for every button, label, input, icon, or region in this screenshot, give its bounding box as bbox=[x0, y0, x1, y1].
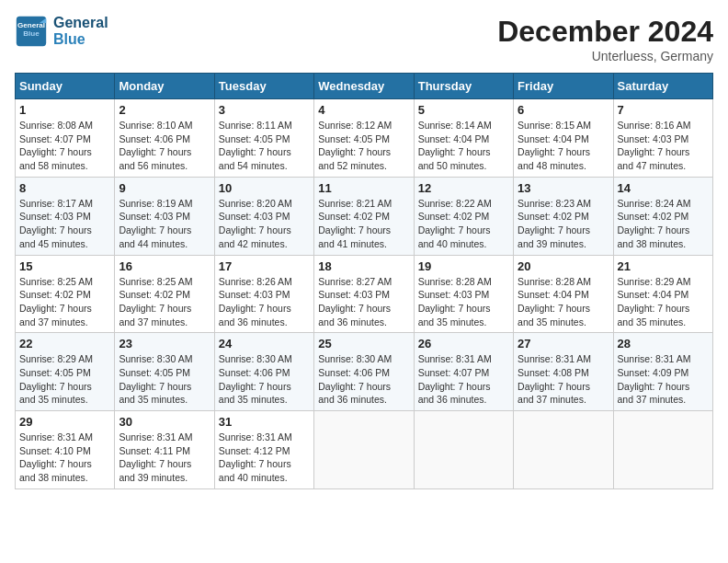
day-number: 5 bbox=[418, 103, 509, 117]
calendar-cell: 13Sunrise: 8:23 AM Sunset: 4:02 PM Dayli… bbox=[514, 177, 613, 255]
day-number: 10 bbox=[219, 181, 310, 195]
day-info: Sunrise: 8:29 AM Sunset: 4:04 PM Dayligh… bbox=[618, 275, 709, 329]
day-info: Sunrise: 8:26 AM Sunset: 4:03 PM Dayligh… bbox=[219, 275, 310, 329]
day-info: Sunrise: 8:31 AM Sunset: 4:11 PM Dayligh… bbox=[119, 431, 210, 485]
day-number: 18 bbox=[318, 259, 409, 273]
day-info: Sunrise: 8:28 AM Sunset: 4:03 PM Dayligh… bbox=[418, 275, 509, 329]
day-number: 9 bbox=[119, 181, 210, 195]
day-number: 15 bbox=[19, 259, 110, 273]
calendar-cell: 22Sunrise: 8:29 AM Sunset: 4:05 PM Dayli… bbox=[16, 333, 115, 411]
day-number: 17 bbox=[219, 259, 310, 273]
day-number: 20 bbox=[518, 259, 609, 273]
calendar-cell: 2Sunrise: 8:10 AM Sunset: 4:06 PM Daylig… bbox=[115, 99, 214, 178]
day-info: Sunrise: 8:22 AM Sunset: 4:02 PM Dayligh… bbox=[418, 197, 509, 251]
calendar-cell: 31Sunrise: 8:31 AM Sunset: 4:12 PM Dayli… bbox=[214, 411, 313, 489]
day-number: 27 bbox=[518, 337, 609, 350]
day-info: Sunrise: 8:29 AM Sunset: 4:05 PM Dayligh… bbox=[19, 352, 110, 407]
day-number: 3 bbox=[219, 103, 310, 117]
day-info: Sunrise: 8:21 AM Sunset: 4:02 PM Dayligh… bbox=[318, 197, 409, 251]
calendar-table: SundayMondayTuesdayWednesdayThursdayFrid… bbox=[15, 73, 713, 489]
calendar-cell: 3Sunrise: 8:11 AM Sunset: 4:05 PM Daylig… bbox=[214, 99, 313, 178]
day-info: Sunrise: 8:31 AM Sunset: 4:10 PM Dayligh… bbox=[19, 431, 110, 485]
calendar-cell bbox=[514, 411, 613, 489]
day-info: Sunrise: 8:31 AM Sunset: 4:08 PM Dayligh… bbox=[518, 352, 609, 407]
calendar-cell: 24Sunrise: 8:30 AM Sunset: 4:06 PM Dayli… bbox=[214, 333, 313, 411]
day-info: Sunrise: 8:08 AM Sunset: 4:07 PM Dayligh… bbox=[19, 119, 110, 173]
day-info: Sunrise: 8:31 AM Sunset: 4:07 PM Dayligh… bbox=[418, 352, 509, 407]
calendar-cell: 19Sunrise: 8:28 AM Sunset: 4:03 PM Dayli… bbox=[414, 255, 513, 333]
day-info: Sunrise: 8:24 AM Sunset: 4:02 PM Dayligh… bbox=[618, 197, 709, 251]
day-number: 28 bbox=[618, 337, 709, 350]
calendar-cell: 23Sunrise: 8:30 AM Sunset: 4:05 PM Dayli… bbox=[115, 333, 214, 411]
dow-header-sunday: Sunday bbox=[16, 74, 115, 99]
dow-header-tuesday: Tuesday bbox=[214, 74, 313, 99]
month-title: December 2024 bbox=[497, 15, 713, 49]
day-info: Sunrise: 8:27 AM Sunset: 4:03 PM Dayligh… bbox=[318, 275, 409, 329]
calendar-cell: 25Sunrise: 8:30 AM Sunset: 4:06 PM Dayli… bbox=[314, 333, 414, 411]
calendar-cell: 4Sunrise: 8:12 AM Sunset: 4:05 PM Daylig… bbox=[314, 99, 414, 178]
calendar-cell bbox=[613, 411, 712, 489]
day-info: Sunrise: 8:30 AM Sunset: 4:06 PM Dayligh… bbox=[318, 352, 409, 407]
day-info: Sunrise: 8:30 AM Sunset: 4:06 PM Dayligh… bbox=[219, 352, 310, 407]
calendar-cell: 12Sunrise: 8:22 AM Sunset: 4:02 PM Dayli… bbox=[414, 177, 513, 255]
day-info: Sunrise: 8:28 AM Sunset: 4:04 PM Dayligh… bbox=[518, 275, 609, 329]
day-number: 1 bbox=[19, 103, 110, 117]
dow-header-thursday: Thursday bbox=[414, 74, 513, 99]
day-number: 11 bbox=[318, 181, 409, 195]
dow-header-monday: Monday bbox=[115, 74, 214, 99]
svg-text:Blue: Blue bbox=[23, 29, 40, 38]
calendar-cell: 9Sunrise: 8:19 AM Sunset: 4:03 PM Daylig… bbox=[115, 177, 214, 255]
calendar-cell: 7Sunrise: 8:16 AM Sunset: 4:03 PM Daylig… bbox=[613, 99, 712, 178]
day-number: 8 bbox=[19, 181, 110, 195]
calendar-cell: 14Sunrise: 8:24 AM Sunset: 4:02 PM Dayli… bbox=[613, 177, 712, 255]
day-number: 2 bbox=[119, 103, 210, 117]
calendar-cell: 1Sunrise: 8:08 AM Sunset: 4:07 PM Daylig… bbox=[16, 99, 115, 178]
day-number: 13 bbox=[518, 181, 609, 195]
calendar-cell: 27Sunrise: 8:31 AM Sunset: 4:08 PM Dayli… bbox=[514, 333, 613, 411]
logo-icon: General Blue bbox=[15, 15, 48, 48]
day-info: Sunrise: 8:15 AM Sunset: 4:04 PM Dayligh… bbox=[518, 119, 609, 173]
day-number: 19 bbox=[418, 259, 509, 273]
calendar-cell: 15Sunrise: 8:25 AM Sunset: 4:02 PM Dayli… bbox=[16, 255, 115, 333]
day-info: Sunrise: 8:11 AM Sunset: 4:05 PM Dayligh… bbox=[219, 119, 310, 173]
day-info: Sunrise: 8:10 AM Sunset: 4:06 PM Dayligh… bbox=[119, 119, 210, 173]
calendar-cell: 16Sunrise: 8:25 AM Sunset: 4:02 PM Dayli… bbox=[115, 255, 214, 333]
day-info: Sunrise: 8:23 AM Sunset: 4:02 PM Dayligh… bbox=[518, 197, 609, 251]
day-number: 24 bbox=[219, 337, 310, 350]
location-subtitle: Unterluess, Germany bbox=[497, 49, 713, 63]
calendar-cell: 20Sunrise: 8:28 AM Sunset: 4:04 PM Dayli… bbox=[514, 255, 613, 333]
page-header: General Blue General Blue December 2024 … bbox=[15, 15, 713, 63]
day-number: 4 bbox=[318, 103, 409, 117]
day-number: 30 bbox=[119, 415, 210, 429]
day-number: 12 bbox=[418, 181, 509, 195]
title-block: December 2024 Unterluess, Germany bbox=[497, 15, 713, 63]
calendar-cell bbox=[414, 411, 513, 489]
day-number: 23 bbox=[119, 337, 210, 350]
day-info: Sunrise: 8:19 AM Sunset: 4:03 PM Dayligh… bbox=[119, 197, 210, 251]
calendar-cell bbox=[314, 411, 414, 489]
calendar-cell: 6Sunrise: 8:15 AM Sunset: 4:04 PM Daylig… bbox=[514, 99, 613, 178]
calendar-cell: 17Sunrise: 8:26 AM Sunset: 4:03 PM Dayli… bbox=[214, 255, 313, 333]
calendar-cell: 8Sunrise: 8:17 AM Sunset: 4:03 PM Daylig… bbox=[16, 177, 115, 255]
day-info: Sunrise: 8:12 AM Sunset: 4:05 PM Dayligh… bbox=[318, 119, 409, 173]
svg-text:General: General bbox=[17, 21, 45, 29]
dow-header-saturday: Saturday bbox=[613, 74, 712, 99]
logo-text: General Blue bbox=[53, 15, 108, 48]
day-number: 21 bbox=[618, 259, 709, 273]
day-number: 6 bbox=[518, 103, 609, 117]
day-number: 14 bbox=[618, 181, 709, 195]
day-info: Sunrise: 8:20 AM Sunset: 4:03 PM Dayligh… bbox=[219, 197, 310, 251]
day-info: Sunrise: 8:16 AM Sunset: 4:03 PM Dayligh… bbox=[618, 119, 709, 173]
dow-header-friday: Friday bbox=[514, 74, 613, 99]
day-info: Sunrise: 8:30 AM Sunset: 4:05 PM Dayligh… bbox=[119, 352, 210, 407]
calendar-cell: 10Sunrise: 8:20 AM Sunset: 4:03 PM Dayli… bbox=[214, 177, 313, 255]
calendar-cell: 29Sunrise: 8:31 AM Sunset: 4:10 PM Dayli… bbox=[16, 411, 115, 489]
day-number: 22 bbox=[19, 337, 110, 350]
day-number: 26 bbox=[418, 337, 509, 350]
day-info: Sunrise: 8:17 AM Sunset: 4:03 PM Dayligh… bbox=[19, 197, 110, 251]
day-number: 31 bbox=[219, 415, 310, 429]
day-number: 7 bbox=[618, 103, 709, 117]
day-number: 29 bbox=[19, 415, 110, 429]
day-number: 16 bbox=[119, 259, 210, 273]
calendar-cell: 26Sunrise: 8:31 AM Sunset: 4:07 PM Dayli… bbox=[414, 333, 513, 411]
